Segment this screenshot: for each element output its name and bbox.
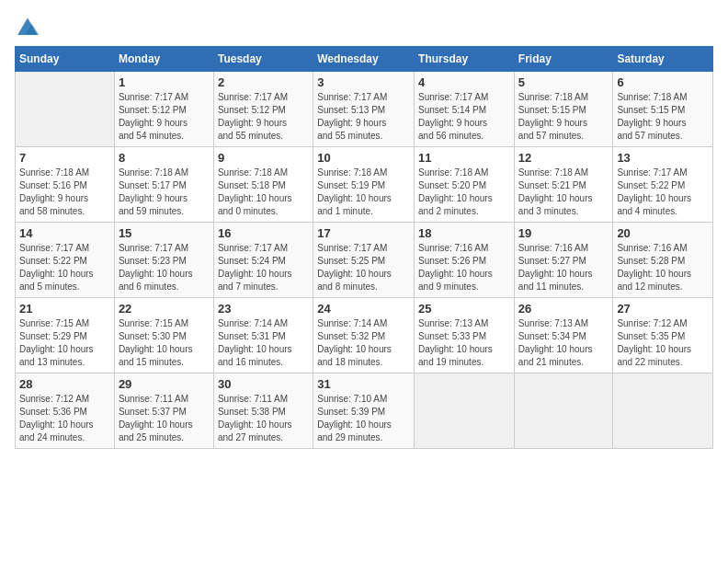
day-number: 18 [418, 226, 510, 240]
day-number: 1 [119, 75, 210, 89]
day-number: 12 [518, 151, 609, 165]
calendar-cell: 9Sunrise: 7:18 AM Sunset: 5:18 PM Daylig… [213, 147, 313, 223]
day-info: Sunrise: 7:15 AM Sunset: 5:29 PM Dayligh… [19, 317, 110, 369]
weekday-header-sunday: Sunday [16, 47, 115, 72]
calendar-cell: 3Sunrise: 7:17 AM Sunset: 5:13 PM Daylig… [313, 72, 415, 147]
day-info: Sunrise: 7:10 AM Sunset: 5:39 PM Dayligh… [317, 393, 410, 444]
day-number: 28 [19, 377, 110, 391]
calendar-cell: 14Sunrise: 7:17 AM Sunset: 5:22 PM Dayli… [16, 223, 115, 298]
calendar-cell: 20Sunrise: 7:16 AM Sunset: 5:28 PM Dayli… [613, 223, 713, 298]
day-info: Sunrise: 7:14 AM Sunset: 5:31 PM Dayligh… [218, 317, 309, 369]
calendar-cell: 17Sunrise: 7:17 AM Sunset: 5:25 PM Dayli… [313, 223, 415, 298]
day-number: 4 [418, 75, 510, 89]
day-info: Sunrise: 7:13 AM Sunset: 5:34 PM Dayligh… [518, 317, 609, 369]
calendar-cell: 19Sunrise: 7:16 AM Sunset: 5:27 PM Dayli… [514, 223, 613, 298]
weekday-header-row: SundayMondayTuesdayWednesdayThursdayFrid… [16, 47, 713, 72]
calendar-cell [613, 373, 713, 449]
calendar-cell: 5Sunrise: 7:18 AM Sunset: 5:15 PM Daylig… [514, 72, 613, 147]
day-info: Sunrise: 7:16 AM Sunset: 5:28 PM Dayligh… [617, 242, 709, 293]
day-number: 29 [119, 377, 210, 391]
week-row-5: 28Sunrise: 7:12 AM Sunset: 5:36 PM Dayli… [16, 373, 713, 449]
calendar-cell: 18Sunrise: 7:16 AM Sunset: 5:26 PM Dayli… [415, 223, 515, 298]
day-number: 24 [317, 302, 410, 316]
day-number: 6 [617, 75, 709, 89]
calendar-cell: 31Sunrise: 7:10 AM Sunset: 5:39 PM Dayli… [313, 373, 415, 449]
calendar-cell: 7Sunrise: 7:18 AM Sunset: 5:16 PM Daylig… [16, 147, 115, 223]
day-info: Sunrise: 7:18 AM Sunset: 5:20 PM Dayligh… [418, 167, 510, 218]
calendar-cell [16, 72, 115, 147]
day-info: Sunrise: 7:12 AM Sunset: 5:36 PM Dayligh… [19, 393, 110, 444]
day-number: 20 [617, 226, 709, 240]
day-info: Sunrise: 7:18 AM Sunset: 5:19 PM Dayligh… [317, 167, 410, 218]
calendar-table: SundayMondayTuesdayWednesdayThursdayFrid… [15, 46, 713, 449]
calendar-cell: 22Sunrise: 7:15 AM Sunset: 5:30 PM Dayli… [114, 298, 213, 373]
day-number: 7 [19, 151, 110, 165]
day-info: Sunrise: 7:12 AM Sunset: 5:35 PM Dayligh… [617, 317, 709, 369]
calendar-cell: 28Sunrise: 7:12 AM Sunset: 5:36 PM Dayli… [16, 373, 115, 449]
calendar-cell: 29Sunrise: 7:11 AM Sunset: 5:37 PM Dayli… [114, 373, 213, 449]
week-row-1: 1Sunrise: 7:17 AM Sunset: 5:12 PM Daylig… [16, 72, 713, 147]
calendar-cell: 1Sunrise: 7:17 AM Sunset: 5:12 PM Daylig… [114, 72, 213, 147]
calendar-cell [514, 373, 613, 449]
weekday-header-wednesday: Wednesday [313, 47, 415, 72]
week-row-2: 7Sunrise: 7:18 AM Sunset: 5:16 PM Daylig… [16, 147, 713, 223]
calendar-cell: 23Sunrise: 7:14 AM Sunset: 5:31 PM Dayli… [213, 298, 313, 373]
day-number: 8 [119, 151, 210, 165]
weekday-header-monday: Monday [114, 47, 213, 72]
calendar-cell: 15Sunrise: 7:17 AM Sunset: 5:23 PM Dayli… [114, 223, 213, 298]
day-info: Sunrise: 7:11 AM Sunset: 5:37 PM Dayligh… [119, 393, 210, 444]
day-info: Sunrise: 7:18 AM Sunset: 5:15 PM Dayligh… [518, 91, 609, 143]
day-info: Sunrise: 7:17 AM Sunset: 5:14 PM Dayligh… [418, 91, 510, 143]
day-info: Sunrise: 7:17 AM Sunset: 5:23 PM Dayligh… [119, 242, 210, 293]
calendar-cell: 27Sunrise: 7:12 AM Sunset: 5:35 PM Dayli… [613, 298, 713, 373]
day-info: Sunrise: 7:17 AM Sunset: 5:22 PM Dayligh… [19, 242, 110, 293]
day-info: Sunrise: 7:11 AM Sunset: 5:38 PM Dayligh… [218, 393, 309, 444]
calendar-cell: 24Sunrise: 7:14 AM Sunset: 5:32 PM Dayli… [313, 298, 415, 373]
day-number: 22 [119, 302, 210, 316]
day-info: Sunrise: 7:15 AM Sunset: 5:30 PM Dayligh… [119, 317, 210, 369]
day-info: Sunrise: 7:16 AM Sunset: 5:26 PM Dayligh… [418, 242, 510, 293]
day-number: 14 [19, 226, 110, 240]
calendar-cell: 4Sunrise: 7:17 AM Sunset: 5:14 PM Daylig… [415, 72, 515, 147]
day-info: Sunrise: 7:16 AM Sunset: 5:27 PM Dayligh… [518, 242, 609, 293]
day-number: 31 [317, 377, 410, 391]
day-number: 25 [418, 302, 510, 316]
day-info: Sunrise: 7:17 AM Sunset: 5:12 PM Dayligh… [119, 91, 210, 143]
day-info: Sunrise: 7:18 AM Sunset: 5:18 PM Dayligh… [218, 167, 309, 218]
day-info: Sunrise: 7:14 AM Sunset: 5:32 PM Dayligh… [317, 317, 410, 369]
day-info: Sunrise: 7:18 AM Sunset: 5:15 PM Dayligh… [617, 91, 709, 143]
day-info: Sunrise: 7:17 AM Sunset: 5:12 PM Dayligh… [218, 91, 309, 143]
day-info: Sunrise: 7:17 AM Sunset: 5:24 PM Dayligh… [218, 242, 309, 293]
calendar-cell: 12Sunrise: 7:18 AM Sunset: 5:21 PM Dayli… [514, 147, 613, 223]
calendar-cell: 8Sunrise: 7:18 AM Sunset: 5:17 PM Daylig… [114, 147, 213, 223]
weekday-header-tuesday: Tuesday [213, 47, 313, 72]
calendar-cell: 16Sunrise: 7:17 AM Sunset: 5:24 PM Dayli… [213, 223, 313, 298]
day-number: 23 [218, 302, 309, 316]
day-info: Sunrise: 7:18 AM Sunset: 5:16 PM Dayligh… [19, 167, 110, 218]
calendar-cell: 2Sunrise: 7:17 AM Sunset: 5:12 PM Daylig… [213, 72, 313, 147]
day-number: 9 [218, 151, 309, 165]
logo [15, 15, 44, 37]
day-info: Sunrise: 7:18 AM Sunset: 5:17 PM Dayligh… [119, 167, 210, 218]
day-number: 16 [218, 226, 309, 240]
calendar-cell: 21Sunrise: 7:15 AM Sunset: 5:29 PM Dayli… [16, 298, 115, 373]
logo-icon [15, 15, 40, 37]
day-number: 21 [19, 302, 110, 316]
calendar-cell: 25Sunrise: 7:13 AM Sunset: 5:33 PM Dayli… [415, 298, 515, 373]
day-number: 27 [617, 302, 709, 316]
calendar-cell: 6Sunrise: 7:18 AM Sunset: 5:15 PM Daylig… [613, 72, 713, 147]
day-number: 19 [518, 226, 609, 240]
calendar-cell: 10Sunrise: 7:18 AM Sunset: 5:19 PM Dayli… [313, 147, 415, 223]
day-number: 26 [518, 302, 609, 316]
week-row-3: 14Sunrise: 7:17 AM Sunset: 5:22 PM Dayli… [16, 223, 713, 298]
day-number: 13 [617, 151, 709, 165]
calendar-cell: 13Sunrise: 7:17 AM Sunset: 5:22 PM Dayli… [613, 147, 713, 223]
week-row-4: 21Sunrise: 7:15 AM Sunset: 5:29 PM Dayli… [16, 298, 713, 373]
weekday-header-thursday: Thursday [415, 47, 515, 72]
day-number: 15 [119, 226, 210, 240]
weekday-header-saturday: Saturday [613, 47, 713, 72]
day-number: 5 [518, 75, 609, 89]
calendar-cell: 30Sunrise: 7:11 AM Sunset: 5:38 PM Dayli… [213, 373, 313, 449]
calendar-cell: 26Sunrise: 7:13 AM Sunset: 5:34 PM Dayli… [514, 298, 613, 373]
day-number: 30 [218, 377, 309, 391]
